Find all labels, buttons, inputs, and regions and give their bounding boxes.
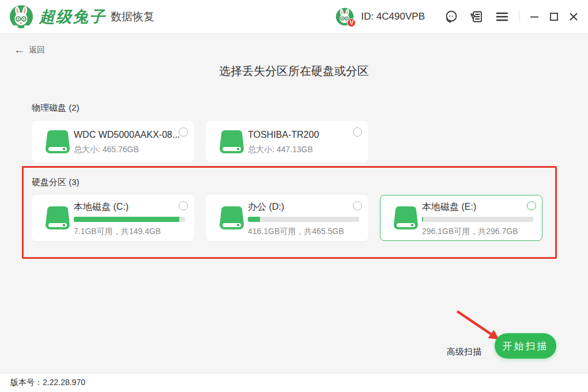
disk-size: 总大小: 465.76GB xyxy=(74,145,139,155)
titlebar-separator xyxy=(519,11,520,22)
disk-size: 总大小: 447.13GB xyxy=(248,145,313,155)
titlebar: 超级兔子 数据恢复 V ID: 4C490VPB xyxy=(0,0,588,33)
disk-card-wdc[interactable]: WDC WD5000AAKX-08... 总大小: 465.76GB xyxy=(32,121,194,163)
user-avatar[interactable]: V xyxy=(336,7,354,26)
user-id: ID: 4C490VPB xyxy=(361,11,425,22)
physical-disks-heading: 物理磁盘 (2) xyxy=(32,103,80,114)
partition-name: 本地磁盘 (C:) xyxy=(74,201,129,213)
disk-name: WDC WD5000AAKX-08... xyxy=(74,130,180,140)
footer: 版本号：2.22.28.970 xyxy=(0,373,588,392)
hard-drive-icon xyxy=(44,129,71,154)
advanced-scan-button[interactable]: 高级扫描 xyxy=(447,346,481,357)
brand-name: 超级兔子 xyxy=(39,6,106,27)
partition-name: 办公 (D:) xyxy=(248,201,284,213)
back-button[interactable]: ← 返回 xyxy=(14,44,45,55)
partition-usage: 416.1GB可用，共465.5GB xyxy=(248,227,344,237)
hard-drive-icon xyxy=(218,205,246,231)
disk-name: TOSHIBA-TR200 xyxy=(248,130,319,140)
usage-bar xyxy=(248,217,359,222)
start-scan-button[interactable]: 开始扫描 xyxy=(495,333,556,359)
partition-card-d[interactable]: 办公 (D:) 416.1GB可用，共465.5GB xyxy=(206,195,368,241)
disk-card-toshiba[interactable]: TOSHIBA-TR200 总大小: 447.13GB xyxy=(206,121,368,163)
brand-product: 数据恢复 xyxy=(111,9,154,24)
version-label: 版本号：2.22.28.970 xyxy=(10,378,85,388)
partitions-heading: 硬盘分区 (3) xyxy=(32,177,80,188)
vip-badge: V xyxy=(347,18,356,27)
close-button[interactable] xyxy=(565,9,582,24)
hard-drive-icon xyxy=(44,205,71,231)
app-logo-rabbit-icon xyxy=(9,5,33,29)
minimize-button[interactable] xyxy=(526,9,543,24)
partition-name: 本地磁盘 (E:) xyxy=(422,201,476,213)
brand: 超级兔子 数据恢复 xyxy=(9,5,154,29)
back-label: 返回 xyxy=(29,45,45,55)
partition-card-c[interactable]: 本地磁盘 (C:) 7.1GB可用，共149.4GB xyxy=(32,195,194,241)
back-arrow-icon: ← xyxy=(14,44,25,55)
maximize-button[interactable] xyxy=(545,9,563,24)
partition-usage: 7.1GB可用，共149.4GB xyxy=(74,227,161,237)
partition-card-e[interactable]: 本地磁盘 (E:) 296.1GB可用，共296.7GB xyxy=(380,195,542,241)
hard-drive-icon xyxy=(392,205,420,231)
usage-bar xyxy=(74,217,185,222)
feedback-icon[interactable] xyxy=(469,9,484,24)
menu-icon[interactable] xyxy=(495,9,510,24)
partition-usage: 296.1GB可用，共296.7GB xyxy=(422,227,518,237)
usage-bar xyxy=(422,217,533,222)
page-title: 选择丢失分区所在硬盘或分区 xyxy=(0,63,588,79)
hard-drive-icon xyxy=(218,129,246,154)
support-icon[interactable] xyxy=(444,9,459,24)
